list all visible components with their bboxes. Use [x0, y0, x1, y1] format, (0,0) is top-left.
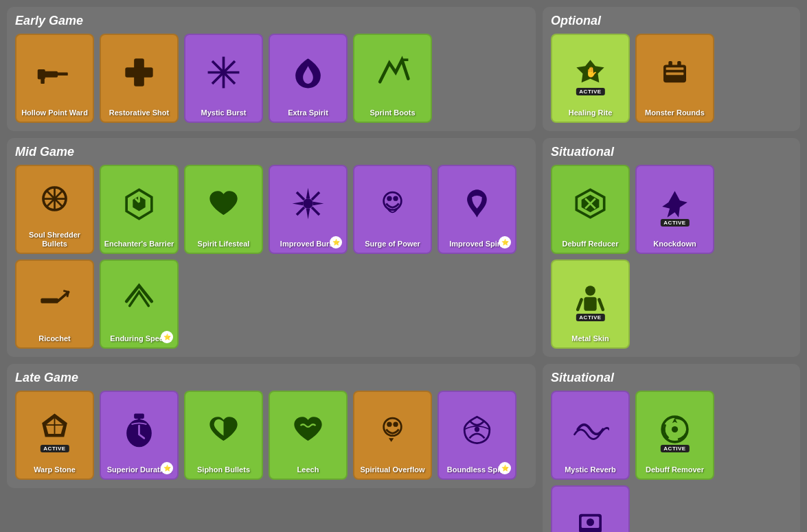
card-metal-skin[interactable]: ACTIVE Metal Skin — [551, 259, 630, 349]
situational1-cards: Debuff Reducer ACTIVE Knockdown — [551, 165, 792, 349]
svg-rect-23 — [41, 298, 58, 303]
siphon-bullets-label: Siphon Bullets — [197, 465, 250, 474]
enduring-speed-label: Enduring Speed — [110, 334, 168, 343]
debuff-remover-active-badge: ACTIVE — [660, 445, 689, 452]
warp-stone-label: Warp Stone — [34, 465, 76, 474]
enchanters-barrier-label: Enchanter's Barrier — [104, 240, 174, 248]
card-siphon-bullets[interactable]: Siphon Bullets — [184, 391, 263, 480]
metal-skin-active-badge: ACTIVE — [576, 314, 604, 321]
svg-point-36 — [393, 421, 398, 426]
card-mystic-burst[interactable]: Mystic Burst — [184, 34, 263, 123]
healing-rite-icon: ✋ — [555, 39, 626, 106]
svg-point-48 — [585, 286, 595, 296]
situational1-title: Situational — [551, 145, 792, 159]
warp-stone-icon — [19, 396, 90, 463]
restorative-shot-label: Restorative Shot — [109, 108, 169, 117]
mystic-burst-icon — [188, 39, 259, 106]
svg-point-10 — [220, 69, 227, 76]
card-debuff-reducer[interactable]: Debuff Reducer — [551, 165, 630, 254]
knockdown-label: Knockdown — [653, 240, 696, 248]
hollow-point-ward-label: Hollow Point Ward — [21, 108, 88, 117]
late-game-title: Late Game — [15, 371, 527, 385]
early-game-title: Early Game — [15, 14, 527, 28]
optional-title: Optional — [551, 14, 792, 28]
refresher-icon — [555, 491, 626, 532]
warp-stone-active-badge: ACTIVE — [40, 445, 69, 452]
enduring-speed-corner-badge: ⭐ — [161, 331, 173, 343]
left-column: Early Game Hollow Point Ward — [7, 7, 536, 532]
card-improved-spirit[interactable]: ⭐ Improved Spirit — [437, 165, 516, 254]
card-enchanters-barrier[interactable]: Enchanter's Barrier — [100, 165, 179, 254]
svg-rect-40 — [666, 67, 684, 70]
boundless-spirit-icon — [442, 396, 512, 463]
improved-burst-label: Improved Burst — [280, 240, 336, 248]
monster-rounds-label: Monster Rounds — [645, 108, 705, 117]
card-boundless-spirit[interactable]: ⭐ Boundless Spirit — [437, 391, 516, 480]
siphon-bullets-icon — [188, 396, 259, 463]
improved-spirit-label: Improved Spirit — [449, 240, 505, 248]
extra-spirit-label: Extra Spirit — [288, 108, 328, 117]
optional-cards: ✋ ACTIVE Healing Rite — [551, 34, 792, 123]
knockdown-icon — [639, 170, 710, 237]
card-warp-stone[interactable]: ACTIVE Warp Stone — [15, 391, 94, 480]
late-game-cards: ACTIVE Warp Stone ⭐ — [15, 391, 527, 480]
card-soul-shredder-bullets[interactable]: Soul Shredder Bullets — [15, 165, 94, 254]
situational2-cards: Mystic Reverb ACTIVE — [551, 391, 792, 532]
surge-of-power-label: Surge of Power — [365, 240, 420, 248]
card-leech[interactable]: Leech — [269, 391, 348, 480]
mystic-reverb-label: Mystic Reverb — [565, 465, 616, 474]
debuff-remover-label: Debuff Remover — [646, 465, 704, 474]
metal-skin-icon — [555, 265, 626, 332]
card-surge-of-power[interactable]: Surge of Power — [353, 165, 432, 254]
debuff-remover-icon — [639, 396, 710, 463]
svg-point-35 — [387, 421, 391, 426]
late-game-section: Late Game ACTIVE Warp Stone — [7, 364, 536, 488]
svg-rect-3 — [41, 78, 45, 84]
svg-rect-43 — [677, 61, 681, 66]
card-debuff-remover[interactable]: ACTIVE Debuff Remover — [635, 391, 714, 480]
improved-burst-corner-badge: ⭐ — [330, 236, 342, 248]
card-knockdown[interactable]: ACTIVE Knockdown — [635, 165, 714, 254]
card-superior-duration[interactable]: ⭐ Superior Duration — [100, 391, 179, 480]
card-spiritual-overflow[interactable]: Spiritual Overflow — [353, 391, 432, 480]
card-enduring-speed[interactable]: ⭐ Enduring Speed — [100, 259, 179, 349]
extra-spirit-icon — [273, 39, 343, 106]
early-game-section: Early Game Hollow Point Ward — [7, 7, 536, 131]
card-sprint-boots[interactable]: Sprint Boots — [353, 34, 432, 123]
card-monster-rounds[interactable]: Monster Rounds — [635, 34, 714, 123]
card-restorative-shot[interactable]: Restorative Shot — [100, 34, 179, 123]
svg-line-51 — [599, 299, 603, 310]
improved-spirit-icon — [442, 170, 512, 237]
card-improved-burst[interactable]: ⭐ Improved Burst — [269, 165, 348, 254]
optional-section: Optional ✋ ACTIVE Healing Rite — [543, 7, 800, 131]
svg-point-19 — [303, 198, 313, 209]
svg-point-22 — [393, 196, 398, 200]
healing-rite-label: Healing Rite — [569, 108, 613, 117]
hollow-point-ward-icon — [19, 39, 90, 106]
svg-point-53 — [672, 426, 678, 432]
card-extra-spirit[interactable]: Extra Spirit — [269, 34, 348, 123]
card-mystic-reverb[interactable]: Mystic Reverb — [551, 391, 630, 480]
sprint-boots-label: Sprint Boots — [370, 108, 416, 117]
main-layout: Early Game Hollow Point Ward — [7, 7, 800, 532]
card-ricochet[interactable]: Ricochet — [15, 259, 94, 349]
knockdown-active-badge: ACTIVE — [660, 219, 689, 227]
ricochet-icon — [19, 265, 90, 332]
svg-rect-41 — [666, 72, 684, 75]
card-refresher[interactable]: ACTIVE Refresher — [551, 485, 630, 532]
svg-rect-2 — [56, 72, 68, 76]
svg-rect-5 — [125, 67, 152, 78]
card-spirit-lifesteal[interactable]: Spirit Lifesteal — [184, 165, 263, 254]
mid-game-cards: Soul Shredder Bullets Enchanter's Barrie… — [15, 165, 527, 254]
svg-rect-42 — [668, 61, 672, 66]
mid-game-cards-row2: Ricochet ⭐ Enduring Speed — [15, 259, 527, 349]
leech-icon — [273, 396, 343, 463]
spirit-lifesteal-icon — [188, 170, 259, 237]
soul-shredder-bullets-icon — [19, 170, 90, 228]
boundless-spirit-corner-badge: ⭐ — [499, 462, 511, 474]
right-column: Optional ✋ ACTIVE Healing Rite — [543, 7, 800, 532]
card-hollow-point-ward[interactable]: Hollow Point Ward — [15, 34, 94, 123]
metal-skin-label: Metal Skin — [571, 334, 609, 343]
surge-of-power-icon — [357, 170, 428, 237]
card-healing-rite[interactable]: ✋ ACTIVE Healing Rite — [551, 34, 630, 123]
